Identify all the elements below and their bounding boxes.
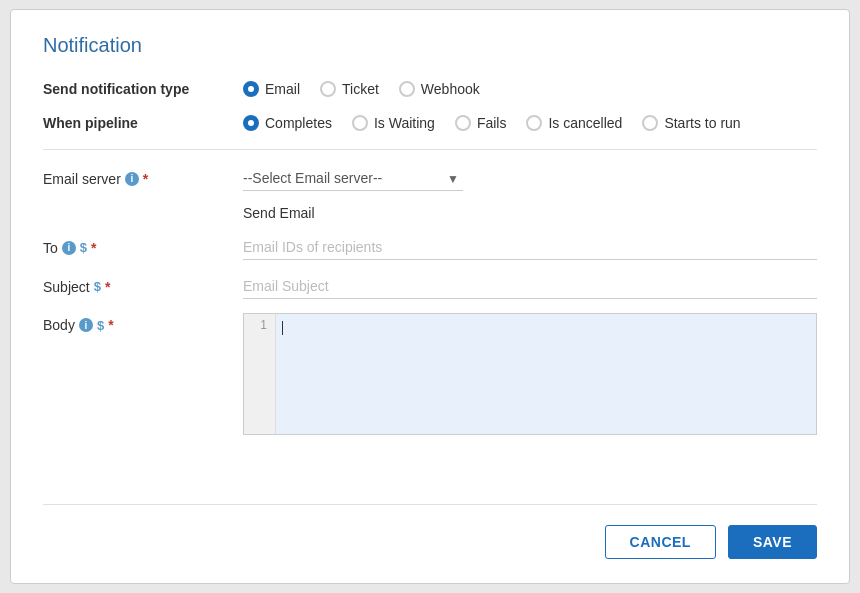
radio-is-cancelled-circle [526,115,542,131]
body-required: * [108,317,113,333]
send-email-row: Send Email [43,205,817,221]
radio-is-waiting-label: Is Waiting [374,115,435,131]
subject-required: * [105,279,110,295]
subject-text: Subject [43,279,90,295]
to-row: To i $ * [43,235,817,260]
body-info-icon[interactable]: i [79,318,93,332]
body-dollar-icon: $ [97,318,104,333]
email-server-info-icon[interactable]: i [125,172,139,186]
radio-email-circle [243,81,259,97]
radio-is-cancelled-label: Is cancelled [548,115,622,131]
radio-webhook[interactable]: Webhook [399,81,480,97]
subject-dollar-icon: $ [94,279,101,294]
radio-email-label: Email [265,81,300,97]
subject-input[interactable] [243,274,817,299]
form-section: Send notification type Email Ticket Webh… [43,81,817,488]
radio-completes[interactable]: Completes [243,115,332,131]
line-number-1: 1 [252,318,267,332]
to-label: To i $ * [43,240,243,256]
radio-is-waiting[interactable]: Is Waiting [352,115,435,131]
radio-fails-circle [455,115,471,131]
dialog-title: Notification [43,34,817,57]
notification-type-row: Send notification type Email Ticket Webh… [43,81,817,97]
email-server-select[interactable]: --Select Email server-- [243,166,463,191]
body-text: Body [43,317,75,333]
radio-fails-label: Fails [477,115,507,131]
notification-type-label: Send notification type [43,81,243,97]
cancel-button[interactable]: CANCEL [605,525,716,559]
editor-cursor [282,321,283,335]
divider [43,149,817,150]
radio-starts-to-run[interactable]: Starts to run [642,115,740,131]
dialog-footer: CANCEL SAVE [43,504,817,559]
radio-completes-label: Completes [265,115,332,131]
email-server-label: Email server i * [43,171,243,187]
notification-dialog: Notification Send notification type Emai… [10,9,850,584]
to-input[interactable] [243,235,817,260]
body-label: Body i $ * [43,313,243,333]
email-server-required: * [143,171,148,187]
radio-ticket-circle [320,81,336,97]
pipeline-row: When pipeline Completes Is Waiting Fails… [43,115,817,131]
radio-is-waiting-circle [352,115,368,131]
email-server-row: Email server i * --Select Email server--… [43,166,817,191]
radio-starts-to-run-circle [642,115,658,131]
radio-completes-circle [243,115,259,131]
body-editor[interactable]: 1 [243,313,817,435]
to-text: To [43,240,58,256]
radio-starts-to-run-label: Starts to run [664,115,740,131]
body-row: Body i $ * 1 [43,313,817,435]
radio-ticket-label: Ticket [342,81,379,97]
to-dollar-icon: $ [80,240,87,255]
subject-row: Subject $ * [43,274,817,299]
radio-ticket[interactable]: Ticket [320,81,379,97]
notification-type-options: Email Ticket Webhook [243,81,480,97]
pipeline-options: Completes Is Waiting Fails Is cancelled … [243,115,741,131]
email-server-select-wrapper: --Select Email server-- ▼ [243,166,463,191]
radio-webhook-circle [399,81,415,97]
email-server-text: Email server [43,171,121,187]
save-button[interactable]: SAVE [728,525,817,559]
send-email-label: Send Email [243,205,315,221]
line-numbers: 1 [244,314,276,434]
to-info-icon[interactable]: i [62,241,76,255]
pipeline-label: When pipeline [43,115,243,131]
radio-fails[interactable]: Fails [455,115,507,131]
radio-is-cancelled[interactable]: Is cancelled [526,115,622,131]
to-required: * [91,240,96,256]
radio-email[interactable]: Email [243,81,300,97]
subject-label: Subject $ * [43,279,243,295]
radio-webhook-label: Webhook [421,81,480,97]
editor-content[interactable] [276,314,816,434]
